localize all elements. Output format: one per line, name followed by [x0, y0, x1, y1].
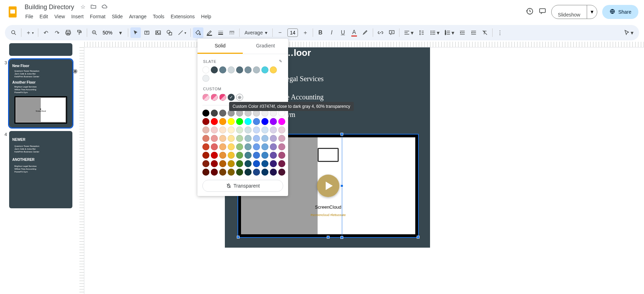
color-swatch[interactable] [211, 169, 218, 176]
text-color-icon[interactable]: A [349, 27, 359, 38]
underline-icon[interactable]: U [338, 27, 348, 38]
selection-handle[interactable] [327, 236, 330, 239]
zoom-dropdown-icon[interactable]: ▾ [115, 27, 126, 38]
color-swatch[interactable] [270, 118, 277, 125]
menu-view[interactable]: View [52, 12, 68, 21]
color-swatch[interactable] [228, 118, 235, 125]
color-swatch[interactable] [211, 135, 218, 142]
color-swatch[interactable] [236, 126, 243, 133]
color-swatch[interactable] [245, 66, 252, 73]
color-swatch[interactable] [219, 110, 226, 117]
color-swatch[interactable] [270, 169, 277, 176]
custom-color-swatch[interactable] [228, 94, 235, 101]
textbox-icon[interactable] [142, 27, 152, 38]
color-swatch[interactable] [202, 66, 209, 73]
color-swatch[interactable] [245, 143, 252, 150]
color-swatch[interactable] [202, 160, 209, 167]
bold-icon[interactable]: B [315, 27, 326, 38]
color-swatch[interactable] [219, 160, 226, 167]
more-icon[interactable]: ⋮ [495, 27, 505, 38]
link-icon[interactable] [375, 27, 386, 38]
color-swatch[interactable] [270, 143, 277, 150]
selection-handle[interactable] [237, 236, 240, 239]
menu-arrange[interactable]: Arrange [126, 12, 149, 21]
color-swatch[interactable] [261, 126, 268, 133]
document-title[interactable]: Building Directory [22, 3, 76, 12]
border-dash-icon[interactable] [227, 27, 237, 38]
align-icon[interactable]: ▾ [402, 27, 416, 38]
color-swatch[interactable] [202, 75, 209, 82]
color-swatch[interactable] [245, 126, 252, 133]
color-swatch[interactable] [236, 135, 243, 142]
font-selector[interactable]: Average ▾ [242, 30, 270, 35]
color-swatch[interactable] [202, 152, 209, 159]
color-swatch[interactable] [211, 118, 218, 125]
slide-thumbnail-4[interactable]: NEWER Quantum Tower Reception Joe's Cafe… [9, 131, 72, 208]
color-swatch[interactable] [278, 118, 285, 125]
color-swatch[interactable] [270, 126, 277, 133]
menu-insert[interactable]: Insert [69, 12, 86, 21]
undo-icon[interactable]: ↶ [40, 27, 51, 38]
color-swatch[interactable] [211, 160, 218, 167]
color-swatch[interactable] [219, 169, 226, 176]
color-swatch[interactable] [211, 66, 218, 73]
color-swatch[interactable] [270, 135, 277, 142]
select-tool-icon[interactable] [130, 27, 141, 38]
add-custom-color-icon[interactable]: ⊕ [236, 94, 243, 101]
border-color-icon[interactable] [204, 27, 215, 38]
font-size-increase[interactable]: ＋ [300, 27, 311, 38]
color-swatch[interactable] [245, 152, 252, 159]
color-swatch[interactable] [202, 118, 209, 125]
paint-format-icon[interactable] [74, 27, 85, 38]
star-icon[interactable]: ☆ [80, 4, 85, 11]
color-swatch[interactable] [228, 143, 235, 150]
color-swatch[interactable] [202, 126, 209, 133]
color-swatch[interactable] [245, 135, 252, 142]
slideshow-button[interactable]: Slideshow ▾ [551, 5, 597, 19]
shape-icon[interactable] [164, 27, 175, 38]
tab-gradient[interactable]: Gradient [243, 39, 288, 54]
color-swatch[interactable] [261, 118, 268, 125]
color-swatch[interactable] [253, 66, 260, 73]
color-swatch[interactable] [236, 118, 243, 125]
color-swatch[interactable] [228, 135, 235, 142]
comments-icon[interactable] [539, 7, 546, 17]
color-swatch[interactable] [219, 135, 226, 142]
color-swatch[interactable] [245, 160, 252, 167]
image-icon[interactable] [153, 27, 163, 38]
color-swatch[interactable] [211, 126, 218, 133]
indent-increase-icon[interactable] [468, 27, 479, 38]
color-swatch[interactable] [278, 160, 285, 167]
color-swatch[interactable] [219, 143, 226, 150]
font-size-input[interactable] [287, 28, 298, 37]
numbered-list-icon[interactable]: 123▾ [442, 27, 456, 38]
color-swatch[interactable] [278, 152, 285, 159]
comment-add-icon[interactable] [386, 27, 397, 38]
fill-color-icon[interactable] [193, 27, 203, 38]
color-swatch[interactable] [236, 152, 243, 159]
edit-theme-colors-icon[interactable]: ✎ [279, 59, 282, 64]
line-tool-icon[interactable]: ▾ [175, 27, 188, 38]
selection-handle[interactable] [340, 184, 343, 187]
highlight-icon[interactable] [360, 27, 371, 38]
zoom-out-icon[interactable] [89, 27, 100, 38]
menu-edit[interactable]: Edit [37, 12, 51, 21]
custom-color-swatch[interactable] [211, 94, 218, 101]
color-swatch[interactable] [253, 126, 260, 133]
color-swatch[interactable] [211, 110, 218, 117]
color-swatch[interactable] [202, 135, 209, 142]
color-swatch[interactable] [278, 143, 285, 150]
move-icon[interactable] [90, 4, 97, 11]
color-swatch[interactable] [211, 143, 218, 150]
bullet-list-icon[interactable]: ▾ [428, 27, 442, 38]
version-history-icon[interactable] [526, 7, 534, 17]
clear-format-icon[interactable] [480, 27, 490, 38]
menu-slide[interactable]: Slide [109, 12, 125, 21]
color-swatch[interactable] [236, 66, 243, 73]
color-swatch[interactable] [261, 66, 268, 73]
zoom-level[interactable]: 50% [100, 30, 115, 35]
color-swatch[interactable] [253, 169, 260, 176]
canvas-area[interactable]: …loor …egal Services …e Accounting …ym S… [79, 42, 644, 294]
slide-thumbnail-2[interactable] [9, 43, 72, 56]
color-swatch[interactable] [211, 152, 218, 159]
